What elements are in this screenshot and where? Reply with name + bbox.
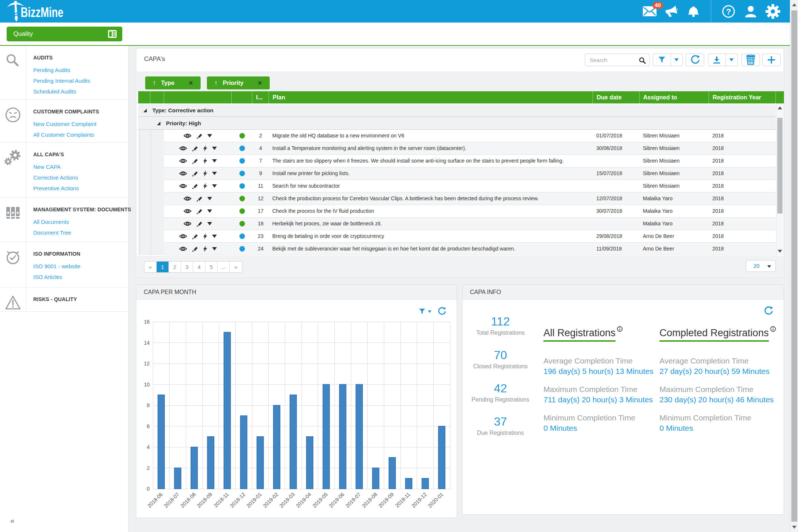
sidebar-link[interactable]: All Documents <box>33 216 126 227</box>
edit-icon[interactable] <box>196 221 202 227</box>
edit-icon[interactable] <box>192 145 198 151</box>
scroll-down-icon[interactable] <box>792 526 797 529</box>
table-scrollbar[interactable] <box>776 103 783 256</box>
add-button[interactable] <box>762 54 781 66</box>
table-row[interactable]: 4 Install a Temperature monitoring and a… <box>164 142 776 155</box>
sidebar-link[interactable]: Document Tree <box>33 227 126 238</box>
group-row-type[interactable]: Type: Corrective action <box>138 104 776 117</box>
announcements-button[interactable] <box>664 0 679 23</box>
view-icon[interactable] <box>184 221 191 226</box>
row-menu-icon[interactable] <box>207 222 212 225</box>
info-refresh-icon[interactable] <box>764 306 773 316</box>
sidebar-link[interactable]: New Customer Complaint <box>33 119 126 129</box>
edit-icon[interactable] <box>192 246 198 252</box>
table-row[interactable]: 7 The stairs are too slippery when it fr… <box>164 155 776 167</box>
sidebar-collapse-button[interactable]: « <box>10 516 14 525</box>
edit-icon[interactable] <box>196 195 202 202</box>
help-button[interactable]: ? <box>720 0 737 23</box>
page-button[interactable]: 1 <box>157 262 169 272</box>
chip-remove-icon[interactable]: ✕ <box>188 80 193 86</box>
table-row[interactable]: 23 Breng de betaling in orde voor de cry… <box>164 230 776 243</box>
workflow-icon[interactable] <box>203 183 207 189</box>
view-icon[interactable] <box>184 133 191 139</box>
row-menu-icon[interactable] <box>212 159 217 163</box>
row-menu-icon[interactable] <box>207 209 212 213</box>
view-icon[interactable] <box>179 146 187 151</box>
edit-icon[interactable] <box>196 208 202 214</box>
filter-menu-button[interactable] <box>671 54 682 66</box>
sidebar-link[interactable]: Pending Audits <box>33 65 126 75</box>
edit-icon[interactable] <box>192 233 198 239</box>
notifications-button[interactable] <box>686 0 701 23</box>
column-assigned-to[interactable]: Assigned to <box>640 91 709 103</box>
edit-icon[interactable] <box>192 158 198 164</box>
row-menu-icon[interactable] <box>212 235 217 238</box>
group-row-priority[interactable]: Priority: High <box>138 117 776 130</box>
view-icon[interactable] <box>179 246 187 252</box>
sidebar-link[interactable]: ISO Articles <box>33 272 126 282</box>
workflow-icon[interactable] <box>203 246 207 252</box>
page-button[interactable]: 4 <box>193 262 205 272</box>
filter-chip-priority[interactable]: ↑ Priority ✕ <box>207 76 270 89</box>
column-due-date[interactable]: Due date <box>593 91 640 103</box>
chip-remove-icon[interactable]: ✕ <box>258 80 262 86</box>
page-scrollbar[interactable] <box>790 0 798 532</box>
sidebar-link[interactable]: All Customer Complaints <box>33 129 126 140</box>
view-icon[interactable] <box>184 208 191 214</box>
table-row[interactable]: 11 Search for new subcontractor Sibren M… <box>164 180 776 192</box>
edit-icon[interactable] <box>192 183 198 189</box>
view-icon[interactable] <box>179 183 187 189</box>
trash-button[interactable] <box>741 54 760 66</box>
workspace-selector[interactable]: Quality <box>7 27 122 41</box>
search-icon[interactable] <box>639 57 646 64</box>
page-scrollbar-thumb[interactable] <box>791 10 797 522</box>
bizzmine-logo[interactable]: BizzMine <box>7 0 79 23</box>
workflow-icon[interactable] <box>203 170 207 177</box>
view-icon[interactable] <box>184 196 191 201</box>
view-icon[interactable] <box>179 233 187 239</box>
profile-button[interactable] <box>743 0 759 23</box>
row-menu-icon[interactable] <box>212 172 217 175</box>
view-icon[interactable] <box>179 171 187 176</box>
column-registration-year[interactable]: Registration Year <box>709 91 776 103</box>
sidebar-link[interactable]: Preventive Actions <box>33 183 126 194</box>
table-scrollbar-thumb[interactable] <box>777 118 782 214</box>
sidebar-link[interactable]: Corrective Actions <box>33 172 126 183</box>
sidebar-link[interactable]: Pending Internal Audits <box>33 75 126 86</box>
workflow-icon[interactable] <box>203 233 207 239</box>
search-input[interactable] <box>590 55 638 65</box>
row-menu-icon[interactable] <box>212 184 217 188</box>
row-menu-icon[interactable] <box>212 247 217 250</box>
filter-chip-type[interactable]: ↑ Type ✕ <box>145 76 201 89</box>
page-button[interactable]: ... <box>218 262 230 272</box>
page-button[interactable]: 5 <box>205 262 218 272</box>
workflow-icon[interactable] <box>203 145 207 151</box>
page-button[interactable]: » <box>230 262 242 272</box>
column-id[interactable]: I... <box>252 91 269 103</box>
table-row[interactable]: 12 Check the production process for Cere… <box>164 192 776 205</box>
scroll-up-icon[interactable] <box>792 3 797 6</box>
scroll-up-icon[interactable] <box>778 106 782 109</box>
view-icon[interactable] <box>179 158 187 164</box>
workflow-icon[interactable] <box>203 158 207 164</box>
page-button[interactable]: « <box>144 262 157 272</box>
filter-button[interactable] <box>653 54 671 66</box>
refresh-button[interactable] <box>686 54 704 66</box>
scroll-down-icon[interactable] <box>778 250 782 253</box>
table-row[interactable]: 24 Bekijk met de subleverancier waar het… <box>164 243 776 255</box>
row-menu-icon[interactable] <box>212 147 217 150</box>
page-button[interactable]: 2 <box>169 262 181 272</box>
row-menu-icon[interactable] <box>207 197 212 200</box>
download-menu-button[interactable] <box>726 54 737 66</box>
sidebar-link[interactable]: ISO 9001 - website <box>33 261 126 272</box>
table-row[interactable]: 2 Migrate the old HQ database to a new e… <box>164 130 776 142</box>
settings-button[interactable] <box>765 0 781 23</box>
table-row[interactable]: 18 Herbekijk het proces, zie waar de bot… <box>164 218 776 230</box>
edit-icon[interactable] <box>196 133 202 139</box>
page-size-select[interactable]: 20 <box>746 260 776 272</box>
sidebar-link[interactable]: New CAPA <box>33 161 126 172</box>
page-button[interactable]: 3 <box>181 262 193 272</box>
download-button[interactable] <box>708 54 726 66</box>
table-row[interactable]: 9 Install new printer for picking lists.… <box>164 167 776 180</box>
table-row[interactable]: 17 Check the process for the IV fluid pr… <box>164 205 776 218</box>
